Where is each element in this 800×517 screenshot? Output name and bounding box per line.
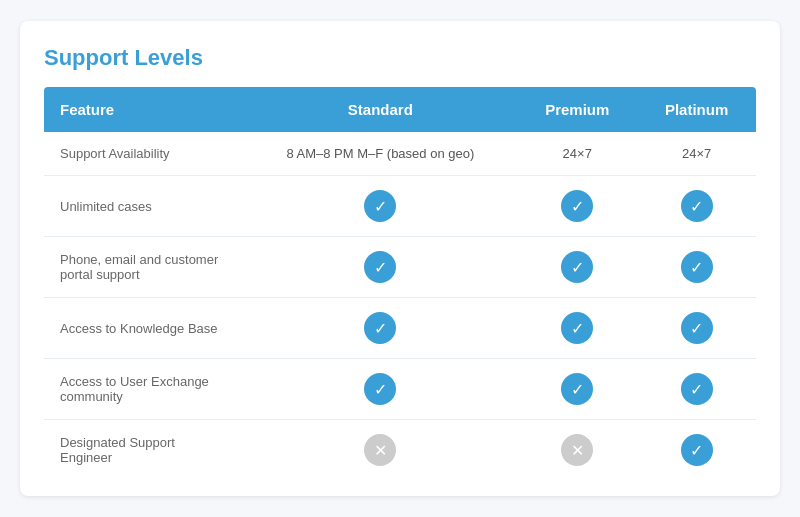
premium-cell: 24×7	[517, 132, 637, 176]
check-icon: ✓	[561, 190, 593, 222]
table-row: Access to User Exchange community✓✓✓	[44, 359, 756, 420]
feature-cell: Unlimited cases	[44, 176, 243, 237]
table-row: Unlimited cases✓✓✓	[44, 176, 756, 237]
table-row: Designated Support Engineer✕✕✓	[44, 420, 756, 481]
platinum-cell: 24×7	[637, 132, 756, 176]
text-value: 24×7	[563, 146, 592, 161]
standard-cell: 8 AM–8 PM M–F (based on geo)	[243, 132, 517, 176]
text-value: 24×7	[682, 146, 711, 161]
check-icon: ✓	[561, 312, 593, 344]
check-icon: ✓	[681, 434, 713, 466]
check-icon: ✓	[561, 373, 593, 405]
feature-cell: Access to User Exchange community	[44, 359, 243, 420]
check-icon: ✓	[681, 373, 713, 405]
feature-cell: Phone, email and customer portal support	[44, 237, 243, 298]
premium-cell: ✓	[517, 359, 637, 420]
check-icon: ✓	[364, 373, 396, 405]
col-header-standard: Standard	[243, 87, 517, 132]
platinum-cell: ✓	[637, 420, 756, 481]
standard-cell: ✓	[243, 359, 517, 420]
support-levels-table: Feature Standard Premium Platinum Suppor…	[44, 87, 756, 480]
check-icon: ✓	[681, 190, 713, 222]
check-icon: ✓	[681, 251, 713, 283]
col-header-platinum: Platinum	[637, 87, 756, 132]
col-header-feature: Feature	[44, 87, 243, 132]
premium-cell: ✕	[517, 420, 637, 481]
platinum-cell: ✓	[637, 298, 756, 359]
platinum-cell: ✓	[637, 359, 756, 420]
table-row: Support Availability8 AM–8 PM M–F (based…	[44, 132, 756, 176]
check-icon: ✓	[364, 251, 396, 283]
cross-icon: ✕	[364, 434, 396, 466]
standard-cell: ✕	[243, 420, 517, 481]
platinum-cell: ✓	[637, 237, 756, 298]
cross-icon: ✕	[561, 434, 593, 466]
feature-cell: Designated Support Engineer	[44, 420, 243, 481]
check-icon: ✓	[561, 251, 593, 283]
check-icon: ✓	[364, 190, 396, 222]
feature-cell: Support Availability	[44, 132, 243, 176]
table-row: Phone, email and customer portal support…	[44, 237, 756, 298]
standard-cell: ✓	[243, 237, 517, 298]
main-container: Support Levels Feature Standard Premium …	[20, 21, 780, 496]
premium-cell: ✓	[517, 176, 637, 237]
premium-cell: ✓	[517, 237, 637, 298]
standard-cell: ✓	[243, 176, 517, 237]
text-value: 8 AM–8 PM M–F (based on geo)	[286, 146, 474, 161]
feature-cell: Access to Knowledge Base	[44, 298, 243, 359]
check-icon: ✓	[681, 312, 713, 344]
check-icon: ✓	[364, 312, 396, 344]
table-header-row: Feature Standard Premium Platinum	[44, 87, 756, 132]
standard-cell: ✓	[243, 298, 517, 359]
table-row: Access to Knowledge Base✓✓✓	[44, 298, 756, 359]
premium-cell: ✓	[517, 298, 637, 359]
col-header-premium: Premium	[517, 87, 637, 132]
page-title: Support Levels	[44, 45, 756, 71]
platinum-cell: ✓	[637, 176, 756, 237]
